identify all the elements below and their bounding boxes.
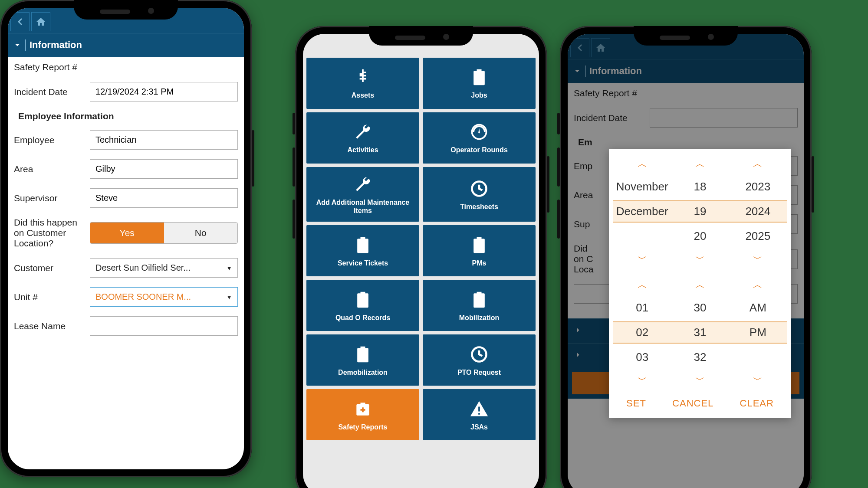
clipboard-icon	[353, 288, 372, 311]
minute-down[interactable]: ﹀	[671, 371, 729, 389]
toggle-yes[interactable]: Yes	[90, 223, 164, 243]
tile-mobilization[interactable]: Mobilization	[423, 280, 536, 331]
tile-add-additional-maintenance-items[interactable]: Add Additional Maintenance Items	[306, 167, 419, 222]
tile-pto-request[interactable]: PTO Request	[423, 334, 536, 386]
label-supervisor: Supervisor	[14, 193, 85, 203]
caret-down-icon: ▼	[226, 294, 232, 301]
label-employee: Employee	[14, 135, 85, 145]
month-prev[interactable]: November	[613, 177, 671, 197]
form-body: Safety Report # Incident Date Employee I…	[8, 57, 244, 350]
hour-selected[interactable]: 02	[613, 321, 671, 344]
day-up[interactable]: ︿	[671, 155, 729, 173]
medkit-icon	[353, 398, 372, 420]
month-next[interactable]	[613, 226, 671, 233]
phone-form: Information Safety Report # Incident Dat…	[0, 0, 252, 477]
tile-label: Demobilization	[338, 368, 388, 377]
wrench-icon	[353, 121, 372, 143]
tile-label: Timesheets	[460, 203, 498, 211]
year-up[interactable]: ︿	[729, 155, 787, 173]
tile-pms[interactable]: PMs	[423, 225, 536, 276]
label-report-no: Safety Report #	[14, 62, 77, 72]
picker-set[interactable]: SET	[626, 398, 646, 409]
toggle-no[interactable]: No	[164, 223, 238, 243]
datetime-picker: ︿ ︿ ︿ November 18 2023 December 19 2024 …	[609, 149, 791, 418]
incident-date-input[interactable]	[90, 82, 238, 102]
tile-label: Quad O Records	[335, 314, 390, 322]
ampm-prev[interactable]: AM	[729, 298, 787, 318]
tile-safety-reports[interactable]: Safety Reports	[306, 389, 419, 440]
tile-quad-o-records[interactable]: Quad O Records	[306, 280, 419, 331]
label-customer: Customer	[14, 263, 85, 273]
picker-cancel[interactable]: CANCEL	[672, 398, 713, 409]
tile-activities[interactable]: Activities	[306, 112, 419, 164]
hour-up[interactable]: ︿	[613, 276, 671, 294]
section-title: Information	[25, 39, 82, 51]
back-button[interactable]	[10, 12, 30, 31]
day-next[interactable]: 20	[671, 226, 729, 246]
employee-input[interactable]	[90, 130, 238, 150]
year-next[interactable]: 2025	[729, 226, 787, 246]
wrench-icon	[353, 173, 372, 196]
tile-operator-rounds[interactable]: Operator Rounds	[423, 112, 536, 164]
chevron-left-icon	[15, 16, 25, 27]
minute-up[interactable]: ︿	[671, 276, 729, 294]
tile-label: PMs	[472, 259, 487, 267]
section-header-information[interactable]: Information	[8, 33, 244, 57]
chevron-down-icon	[13, 41, 22, 49]
minute-selected[interactable]: 31	[671, 321, 729, 344]
tile-label: Assets	[352, 91, 374, 99]
gauge-icon	[470, 121, 489, 143]
clipboard-icon	[353, 234, 372, 256]
tile-jsas[interactable]: JSAs	[423, 389, 536, 440]
tile-assets[interactable]: Assets	[306, 58, 419, 109]
tile-label: JSAs	[470, 423, 488, 431]
ampm-down[interactable]: ﹀	[729, 371, 787, 389]
day-selected[interactable]: 19	[671, 200, 729, 223]
supervisor-input[interactable]	[90, 188, 238, 208]
hour-next[interactable]: 03	[613, 347, 671, 367]
clock-icon	[470, 177, 489, 200]
month-up[interactable]: ︿	[613, 155, 671, 173]
ampm-up[interactable]: ︿	[729, 276, 787, 294]
picker-clear[interactable]: CLEAR	[740, 398, 774, 409]
phone-menu: AssetsJobsActivitiesOperator RoundsAdd A…	[295, 26, 547, 488]
year-down[interactable]: ﹀	[729, 250, 787, 268]
unit-select[interactable]: BOOMER SOONER M... ▼	[90, 287, 238, 307]
label-lease: Lease Name	[14, 321, 85, 331]
customer-select[interactable]: Desert Sun Oilfield Ser... ▼	[90, 258, 238, 278]
label-unit: Unit #	[14, 292, 85, 302]
month-down[interactable]: ﹀	[613, 250, 671, 268]
ampm-selected[interactable]: PM	[729, 321, 787, 344]
day-down[interactable]: ﹀	[671, 250, 729, 268]
home-icon	[36, 16, 46, 27]
assets-icon	[353, 66, 372, 88]
tile-label: Operator Rounds	[450, 146, 508, 154]
year-prev[interactable]: 2023	[729, 177, 787, 197]
main-menu-grid: AssetsJobsActivitiesOperator RoundsAdd A…	[303, 34, 539, 488]
customer-value: Desert Sun Oilfield Ser...	[95, 263, 191, 273]
year-selected[interactable]: 2024	[729, 200, 787, 223]
tile-demobilization[interactable]: Demobilization	[306, 334, 419, 386]
minute-next[interactable]: 32	[671, 347, 729, 367]
lease-input[interactable]	[90, 316, 238, 336]
clipboard-icon	[470, 234, 489, 256]
label-incident: Incident Date	[14, 87, 85, 97]
clipboard-icon	[470, 288, 489, 311]
minute-prev[interactable]: 30	[671, 298, 729, 318]
label-area: Area	[14, 164, 85, 174]
warning-icon	[470, 398, 489, 420]
clipboard-icon	[353, 343, 372, 366]
label-customer-location: Did this happen on Customer Location?	[14, 217, 85, 249]
month-selected[interactable]: December	[613, 200, 671, 223]
day-prev[interactable]: 18	[671, 177, 729, 197]
tile-jobs[interactable]: Jobs	[423, 58, 536, 109]
home-button[interactable]	[31, 12, 50, 31]
area-input[interactable]	[90, 159, 238, 179]
tile-service-tickets[interactable]: Service Tickets	[306, 225, 419, 276]
tile-label: PTO Request	[457, 368, 501, 377]
tile-timesheets[interactable]: Timesheets	[423, 167, 536, 222]
hour-prev[interactable]: 01	[613, 298, 671, 318]
ampm-next[interactable]	[729, 347, 787, 354]
customer-location-toggle: Yes No	[90, 222, 238, 244]
hour-down[interactable]: ﹀	[613, 371, 671, 389]
